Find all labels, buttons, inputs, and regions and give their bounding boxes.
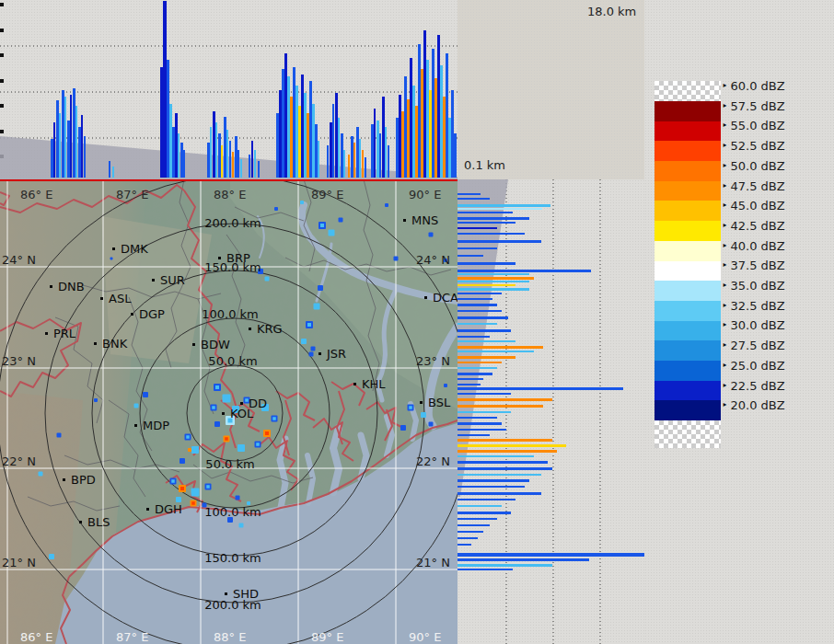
- profile-bar: [290, 97, 293, 178]
- radar-display-window: 200.0 km150.0 km100.0 km50.0 km50.0 km10…: [0, 0, 834, 644]
- precip-cell: [444, 384, 447, 387]
- profile-bar: [293, 67, 295, 178]
- scale-band-6: [654, 221, 721, 241]
- profile-bar: [458, 288, 529, 291]
- profile-bar: [451, 90, 454, 178]
- scale-band-8: [654, 261, 721, 282]
- side-panel-min-height-label: 0.1 km: [464, 158, 505, 172]
- profile-bar: [458, 217, 529, 220]
- profile-bar: [309, 81, 312, 178]
- city-dot: [240, 402, 243, 405]
- city-dot: [131, 313, 133, 316]
- profile-bar: [226, 130, 228, 178]
- profile-bar: [172, 127, 175, 178]
- profile-bar: [458, 564, 552, 567]
- parallel-label-left: 22° N: [2, 454, 36, 468]
- profile-bar: [235, 136, 237, 178]
- profile-bar: [401, 111, 404, 178]
- range-ring-label: 50.0 km: [208, 354, 257, 368]
- precip-cell: [188, 448, 191, 452]
- precip-cell-core: [307, 323, 311, 327]
- axis-tick: [0, 29, 4, 32]
- dbz-scale-label: 37.5 dBZ: [722, 258, 785, 273]
- profile-bar: [458, 193, 481, 195]
- profile-bar: [178, 133, 180, 178]
- precip-cell: [274, 207, 278, 211]
- precip-cell-core: [193, 490, 198, 495]
- profile-bar: [84, 136, 86, 178]
- profile-bar: [304, 93, 307, 178]
- radar-map: 200.0 km150.0 km100.0 km50.0 km50.0 km10…: [0, 179, 458, 644]
- profile-bar: [434, 78, 437, 178]
- precip-cell: [339, 218, 343, 223]
- precip-cell: [265, 277, 270, 282]
- city-label: BDW: [201, 338, 230, 351]
- dbz-scale-label: 45.0 dBZ: [722, 198, 785, 213]
- profile-bar: [458, 373, 492, 375]
- profile-bar: [362, 150, 364, 178]
- profile-bar: [338, 118, 340, 178]
- profile-bar: [458, 222, 515, 224]
- profile-bar: [64, 97, 66, 178]
- range-ring-label: 150.0 km: [204, 551, 261, 565]
- profile-bar: [458, 417, 497, 419]
- profile-bar: [458, 405, 543, 408]
- city-label: DCA: [433, 291, 458, 305]
- axis-tick: [0, 53, 4, 57]
- profile-bar: [180, 143, 183, 178]
- scale-band-10: [654, 301, 721, 321]
- scale-band-12: [654, 340, 721, 361]
- city-label: DNB: [58, 280, 85, 293]
- precip-cell-core: [225, 437, 228, 441]
- city-dot: [353, 383, 356, 385]
- profile-bar: [458, 450, 557, 453]
- profile-bar: [458, 346, 543, 349]
- city-label: KRG: [257, 322, 283, 336]
- range-ring-label: 200.0 km: [204, 216, 261, 230]
- profile-bar: [458, 310, 502, 312]
- profile-bar: [458, 499, 515, 500]
- precip-cell-core: [320, 224, 324, 227]
- profile-bar: [458, 553, 644, 557]
- profile-bar: [458, 569, 513, 570]
- city-label: BLS: [87, 515, 110, 529]
- axis-tick: [0, 104, 4, 108]
- profile-bar: [458, 474, 541, 476]
- out-of-range-dim-overlay: [0, 179, 458, 644]
- profile-bar: [458, 439, 552, 442]
- profile-bar: [348, 155, 350, 178]
- profile-bar: [448, 118, 451, 178]
- profile-bar: [295, 86, 298, 178]
- profile-bar: [160, 67, 163, 178]
- profile-bar: [237, 150, 239, 178]
- precip-cell: [239, 523, 244, 528]
- meridian-label-bottom: 89° E: [311, 630, 343, 644]
- profile-bar: [282, 69, 284, 178]
- precip-cell-core: [256, 443, 260, 446]
- profile-bar: [410, 58, 412, 178]
- scale-band-4: [654, 181, 721, 201]
- profile-bar: [458, 198, 490, 200]
- profile-bar: [335, 93, 338, 178]
- city-label: SHD: [233, 587, 259, 601]
- parallel-label-right: 22° N: [416, 454, 450, 468]
- scale-band-9: [654, 281, 721, 301]
- precip-cell: [134, 404, 139, 408]
- profile-bar: [458, 204, 550, 207]
- scale-band-7: [654, 241, 721, 261]
- city-dot: [63, 478, 65, 481]
- precip-cell: [400, 425, 406, 431]
- profile-bar: [458, 524, 490, 526]
- profile-bar: [458, 544, 471, 546]
- profile-bar: [73, 88, 75, 178]
- profile-bar: [67, 121, 70, 178]
- profile-bar: [229, 141, 231, 178]
- profile-bar: [312, 104, 315, 178]
- blind-zone-wedge-side: [458, 179, 508, 497]
- precip-cell-core: [193, 448, 197, 452]
- precip-cell: [110, 258, 113, 260]
- profile-bar: [458, 393, 511, 395]
- meridian-label-bottom: 88° E: [214, 630, 246, 644]
- precip-cell-core: [191, 501, 195, 505]
- city-dot: [420, 401, 423, 404]
